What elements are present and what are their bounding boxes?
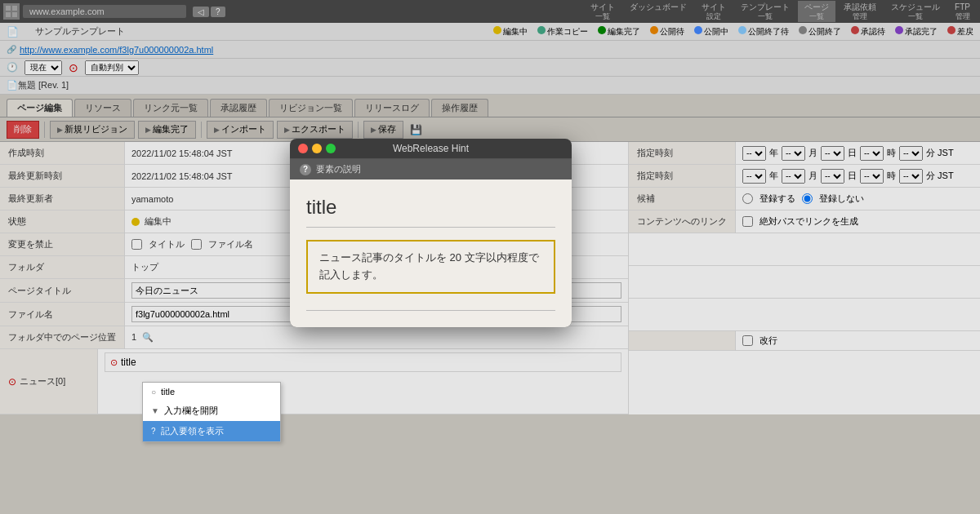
close-traffic-light[interactable]	[298, 144, 308, 153]
tab-resources[interactable]: リソース	[74, 99, 131, 117]
auto-detect-select[interactable]: 自動判別	[85, 60, 139, 75]
min-select-start[interactable]: --	[899, 146, 923, 161]
publish-end-value: --年 --月 --日 --時 --分 JST	[736, 165, 981, 188]
author-label: 最終更新者	[0, 188, 125, 210]
template-bar: 📄 サンプルテンプレート 編集中 作業コピー 編集完了 公開待 公開中 公開終了…	[0, 23, 980, 41]
created-label: 作成時刻	[0, 142, 125, 165]
hint-question-mark: ?	[300, 164, 311, 175]
status-publish-pending: 公開待	[650, 26, 684, 38]
hint-separator	[306, 310, 555, 311]
dot-published	[694, 26, 702, 34]
time-select[interactable]: 現在	[24, 60, 62, 75]
page-revision-label: 無題 [Rev. 1]	[18, 79, 69, 91]
nav-site-list[interactable]: サイト 一覧	[584, 1, 621, 23]
lock-title-checkbox[interactable]	[131, 239, 142, 250]
spacer-row-3	[629, 299, 980, 331]
status-label: 状態	[0, 210, 125, 233]
nav-help-button[interactable]: ?	[211, 7, 225, 17]
edit-complete-button[interactable]: ▶ 編集完了	[138, 121, 196, 139]
position-search-icon[interactable]: 🔍	[142, 332, 154, 342]
linebreak-text: 改行	[760, 335, 777, 347]
page-icon: 📄	[7, 80, 18, 91]
save-icon: 💾	[410, 124, 422, 135]
save-button[interactable]: ▶ 保存	[363, 121, 403, 139]
context-item-hint[interactable]: ? 記入要領を表示	[143, 421, 280, 441]
tab-release-log[interactable]: リリースログ	[354, 99, 430, 117]
publish-end-date: --年 --月 --日 --時 --分 JST	[742, 169, 973, 184]
day-select-end[interactable]: --	[821, 169, 844, 184]
context-item-title[interactable]: ○ title	[143, 383, 280, 401]
tab-approval-history[interactable]: 承認履歴	[210, 99, 267, 117]
dot-approval-pending	[851, 26, 859, 34]
candidate-no-register[interactable]	[802, 193, 813, 204]
position-text: 1	[131, 332, 136, 342]
hint-dialog-titlebar: WebRelease Hint	[290, 139, 572, 159]
nav-approval[interactable]: 承認依頼 管理	[837, 1, 883, 23]
candidate-label: 候補	[629, 188, 736, 210]
linebreak-checkbox[interactable]	[742, 335, 753, 346]
news-row: ⊙ ニュース[0] ⊙ title	[0, 349, 628, 414]
delete-button[interactable]: 削除	[7, 121, 39, 139]
candidate-register[interactable]	[742, 193, 753, 204]
tab-page-edit[interactable]: ページ編集	[7, 99, 73, 117]
link-row: コンテンツへのリンク 絶対パスでリンクを生成	[629, 210, 980, 233]
context-item-toggle[interactable]: ▼ 入力欄を開閉	[143, 401, 280, 421]
hint-dialog-title: WebRelease Hint	[393, 143, 469, 154]
hint-dialog-body: ? 要素の説明 title ニュース記事のタイトルを 20 文字以内程度で記入し…	[290, 159, 572, 327]
spacer-row-2	[629, 266, 980, 299]
maximize-traffic-light[interactable]	[326, 144, 336, 153]
absolute-path-checkbox[interactable]	[742, 216, 753, 227]
news-label-text: ニュース[0]	[20, 375, 65, 388]
hour-select-start[interactable]: --	[860, 146, 884, 161]
lock-filename-checkbox[interactable]	[191, 239, 202, 250]
nav-page-list[interactable]: ページ 一覧	[798, 1, 835, 23]
link-value: 絶対パスでリンクを生成	[736, 210, 981, 233]
hint-question-icon: ?	[151, 427, 156, 436]
tab-operation-history[interactable]: 操作履歴	[431, 99, 488, 117]
nav-site-settings[interactable]: サイト 設定	[695, 1, 733, 23]
export-button[interactable]: ▶ エクスポート	[277, 121, 353, 139]
lock-label: 変更を禁止	[0, 233, 125, 256]
nav-dashboard[interactable]: ダッシュボード	[623, 1, 693, 23]
right-column: 指定時刻 --年 --月 --日 --時 --分 JST 指定時刻	[628, 142, 980, 414]
position-row: フォルダ中でのページ位置 1 🔍	[0, 326, 628, 349]
nav-ftp[interactable]: FTP 管理	[948, 1, 977, 23]
title-item-label: title	[121, 357, 136, 368]
month-select-start[interactable]: --	[782, 146, 805, 161]
status-publish-end: 公開終了	[799, 26, 841, 38]
nav-back-button[interactable]: ◁	[193, 7, 209, 17]
linebreak-label	[629, 331, 736, 351]
publish-start-date: --年 --月 --日 --時 --分 JST	[742, 146, 973, 161]
template-icon: 📄	[7, 26, 19, 38]
year-select-start[interactable]: --	[742, 146, 766, 161]
hour-select-end[interactable]: --	[860, 169, 884, 184]
tab-revisions[interactable]: リビジョン一覧	[269, 99, 353, 117]
folder-label: フォルダ	[0, 256, 125, 279]
month-select-end[interactable]: --	[782, 169, 805, 184]
import-button[interactable]: ▶ インポート	[207, 121, 274, 139]
hint-description-box: ニュース記事のタイトルを 20 文字以内程度で記入します。	[306, 240, 555, 294]
tab-link-sources[interactable]: リンク元一覧	[133, 99, 208, 117]
filename-label: ファイル名	[0, 303, 125, 326]
hint-element-name: title	[306, 196, 555, 228]
nav-schedule[interactable]: スケジュール 一覧	[884, 1, 947, 23]
year-select-end[interactable]: --	[742, 169, 766, 184]
day-select-start[interactable]: --	[821, 146, 844, 161]
separator-3	[358, 122, 359, 138]
min-select-end[interactable]: --	[899, 169, 923, 184]
page-url[interactable]: http://www.example.com/f3lg7u000000002a.…	[20, 45, 213, 55]
nav-right: サイト 一覧 ダッシュボード サイト 設定 テンプレート 一覧 ページ 一覧 承…	[584, 1, 977, 23]
nav-template-list[interactable]: テンプレート 一覧	[734, 1, 796, 23]
hint-section-header: ? 要素の説明	[290, 159, 572, 179]
context-menu: ○ title ▼ 入力欄を開閉 ? 記入要領を表示	[142, 382, 281, 442]
status-indicators: 編集中 作業コピー 編集完了 公開待 公開中 公開終了待 公開終了 承認待 承認…	[493, 26, 973, 38]
svg-rect-3	[12, 12, 17, 17]
new-revision-button[interactable]: ▶ 新規リビジョン	[50, 121, 135, 139]
status-approved: 承認完了	[895, 26, 938, 38]
dot-approved	[895, 26, 903, 34]
candidate-row: 候補 登録する 登録しない	[629, 188, 980, 210]
minimize-traffic-light[interactable]	[312, 144, 322, 153]
title-circle-icon: ○	[151, 388, 156, 397]
dot-editing	[493, 26, 501, 34]
nav-left: www.example.com ◁ ?	[3, 3, 225, 20]
